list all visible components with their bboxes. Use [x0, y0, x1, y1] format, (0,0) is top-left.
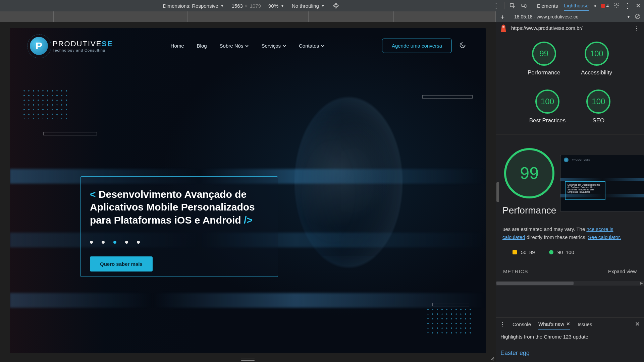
more-tabs-icon[interactable]: » — [593, 3, 596, 9]
gauge-label: Performance — [528, 69, 560, 76]
legend-label: 50–89 — [521, 249, 535, 255]
nav-label: Sobre Nós — [220, 43, 244, 49]
nav-about[interactable]: Sobre Nós — [220, 43, 249, 49]
see-calculator-link[interactable]: See calculator. — [588, 234, 621, 240]
nav-blog[interactable]: Blog — [197, 43, 207, 49]
site-logo[interactable]: P PRODUTIVESE Technology and Consulting — [30, 37, 113, 55]
scroll-right-icon[interactable]: ▶ — [639, 281, 644, 286]
nav-services[interactable]: Serviços — [261, 43, 286, 49]
gauge-seo[interactable]: 100 SEO — [586, 89, 610, 124]
lighthouse-url-row: https://www.produtivese.com.br/ ⋮ — [496, 22, 644, 34]
drawer-tabs: ⋮ Console What's new ✕ Issues ✕ — [496, 318, 644, 330]
devtools-main-tabs: Elements Lighthouse — [537, 1, 589, 11]
viewport-size: 1563 × 1079 — [232, 3, 261, 9]
carousel-dots — [90, 241, 268, 244]
legend-swatch-icon — [513, 250, 517, 254]
dimensions-dropdown[interactable]: Dimensions: Responsive ▼ — [163, 3, 224, 9]
schedule-cta-button[interactable]: Agende uma conversa — [382, 39, 452, 53]
svg-point-1 — [335, 3, 337, 8]
nav-label: Blog — [197, 43, 207, 49]
close-devtools-icon[interactable]: ✕ — [636, 2, 641, 9]
gauge-performance[interactable]: 99 Performance — [528, 42, 560, 76]
gauge-score: 99 — [532, 42, 556, 66]
logo-name: PRODUTIVE — [53, 40, 102, 48]
viewport-height[interactable]: 1079 — [250, 3, 261, 9]
kebab-menu-icon[interactable]: ⋮ — [624, 2, 631, 9]
lighthouse-report[interactable]: 99 Performance 100 Accessibility 100 Bes… — [496, 34, 644, 317]
drawer-content: Highlights from the Chrome 123 update Ea… — [496, 330, 644, 362]
device-toolbar-controls: Dimensions: Responsive ▼ 1563 × 1079 90%… — [163, 2, 340, 9]
devtools-drawer: ⋮ Console What's new ✕ Issues ✕ Highligh… — [496, 317, 644, 362]
horizontal-scrollbar[interactable]: ◀ ▶ — [496, 281, 644, 286]
main-area: P PRODUTIVESE Technology and Consulting … — [0, 22, 644, 362]
device-toggle-icon[interactable] — [521, 2, 527, 9]
more-options-icon[interactable]: ⋮ — [493, 2, 499, 9]
devtools-tabstrip: ⋮ Elements Lighthouse » 4 ⋮ ✕ — [489, 1, 644, 11]
desc-text: directly from these metrics. — [527, 234, 588, 240]
gauge-label: Best Practices — [529, 117, 566, 124]
corner-resize-handle[interactable] — [490, 356, 494, 361]
learn-more-button[interactable]: Quero saber mais — [90, 256, 153, 272]
score-legend: 50–89 90–100 — [502, 249, 637, 255]
hero-title-text: Desenvolvimento Avançado de Aplicativos … — [90, 189, 255, 226]
gauge-accessibility[interactable]: 100 Accessibility — [581, 42, 612, 76]
throttling-dropdown[interactable]: No throttling ▼ — [292, 3, 325, 9]
easter-egg-heading[interactable]: Easter egg — [500, 350, 639, 357]
tab-console[interactable]: Console — [513, 319, 531, 329]
zoom-value: 90% — [268, 3, 278, 9]
carousel-dot[interactable] — [125, 241, 128, 244]
kebab-menu-icon[interactable]: ⋮ — [633, 24, 640, 32]
carousel-dot[interactable] — [137, 241, 140, 244]
site-header: P PRODUTIVESE Technology and Consulting … — [10, 28, 486, 63]
rotate-icon[interactable] — [332, 2, 340, 9]
close-drawer-icon[interactable]: ✕ — [635, 320, 640, 328]
nav-home[interactable]: Home — [171, 43, 184, 49]
svg-rect-8 — [502, 26, 504, 27]
height-resize-handle[interactable] — [241, 359, 255, 361]
close-tab-icon[interactable]: ✕ — [566, 321, 570, 326]
settings-gear-icon[interactable] — [613, 2, 620, 9]
tab-lighthouse[interactable]: Lighthouse — [564, 1, 588, 11]
drawer-menu-icon[interactable]: ⋮ — [500, 321, 505, 327]
theme-toggle-icon[interactable] — [459, 42, 466, 50]
hero-card: < Desenvolvimento Avançado de Aplicativo… — [80, 176, 278, 277]
chevron-down-icon — [245, 44, 249, 48]
zoom-dropdown[interactable]: 90% ▼ — [268, 3, 284, 9]
audited-url[interactable]: https://www.produtivese.com.br/ — [511, 25, 629, 31]
legend-mid: 50–89 — [513, 249, 535, 255]
separator — [510, 13, 510, 20]
expand-view-link[interactable]: Expand view — [608, 268, 637, 274]
tab-whats-new[interactable]: What's new ✕ — [538, 319, 570, 329]
light-streak — [10, 293, 486, 308]
run-url[interactable]: 18:05:18 - www.produtivese.co — [514, 14, 623, 19]
scrollbar-thumb[interactable] — [496, 282, 574, 285]
nav-contacts[interactable]: Contatos — [299, 43, 324, 49]
legend-high: 90–100 — [549, 249, 574, 255]
nav-label: Contatos — [299, 43, 319, 49]
chevron-down-icon — [283, 44, 286, 48]
angle-close: /> — [244, 215, 253, 226]
tab-issues[interactable]: Issues — [578, 319, 592, 329]
carousel-dot-active[interactable] — [113, 241, 116, 244]
carousel-dot[interactable] — [102, 241, 105, 244]
hero-title: < Desenvolvimento Avançado de Aplicativo… — [90, 188, 268, 227]
gauge-best-practices[interactable]: 100 Best Practices — [529, 89, 566, 124]
inspect-element-icon[interactable] — [509, 2, 516, 9]
dimensions-label: Dimensions: Responsive — [163, 3, 218, 9]
separator — [532, 2, 532, 9]
line-decoration — [43, 132, 97, 135]
thumbnail-hero-text: Expertise em Desenvolvimento de Software… — [565, 181, 605, 200]
carousel-dot[interactable] — [90, 241, 93, 244]
header-actions: Agende uma conversa — [382, 39, 466, 53]
svg-point-5 — [616, 4, 618, 6]
viewport-width[interactable]: 1563 — [232, 3, 243, 9]
error-swatch-icon — [601, 4, 605, 8]
tab-elements[interactable]: Elements — [537, 1, 558, 11]
error-badge[interactable]: 4 — [601, 3, 609, 8]
page-screenshot-thumbnail[interactable]: PRODUTIVESE Expertise em Desenvolvimento… — [560, 155, 644, 212]
chevron-down-icon[interactable]: ▼ — [627, 14, 631, 19]
gauge-score: 100 — [585, 42, 609, 66]
clear-icon[interactable] — [635, 13, 641, 20]
new-run-icon[interactable]: ＋ — [499, 12, 506, 21]
metrics-header: METRICS Expand view — [502, 268, 637, 274]
